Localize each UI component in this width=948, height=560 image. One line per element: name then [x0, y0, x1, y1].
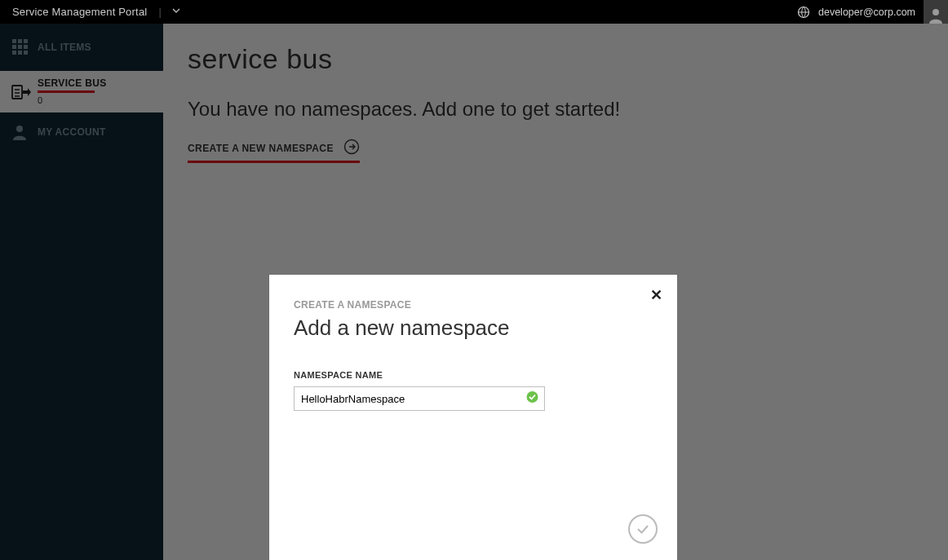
close-icon[interactable]: ✕ — [650, 286, 662, 304]
confirm-button[interactable] — [628, 514, 658, 544]
chevron-down-icon[interactable] — [171, 6, 181, 18]
dialog-breadcrumb: CREATE A NAMESPACE — [294, 299, 653, 311]
globe-icon[interactable] — [797, 6, 810, 19]
portal-title: Service Management Portal — [0, 6, 147, 18]
namespace-name-label: NAMESPACE NAME — [294, 370, 653, 380]
title-divider: | — [158, 6, 161, 18]
valid-check-icon — [526, 391, 538, 407]
avatar[interactable] — [924, 0, 948, 24]
svg-point-14 — [527, 391, 538, 403]
dialog-title: Add a new namespace — [294, 315, 653, 341]
create-namespace-dialog: ✕ CREATE A NAMESPACE Add a new namespace… — [269, 275, 677, 560]
top-bar: Service Management Portal | developer@co… — [0, 0, 948, 24]
user-email[interactable]: developer@corp.com — [818, 7, 915, 18]
checkmark-icon — [635, 521, 651, 537]
svg-point-1 — [932, 9, 939, 15]
namespace-name-input[interactable] — [294, 386, 545, 411]
